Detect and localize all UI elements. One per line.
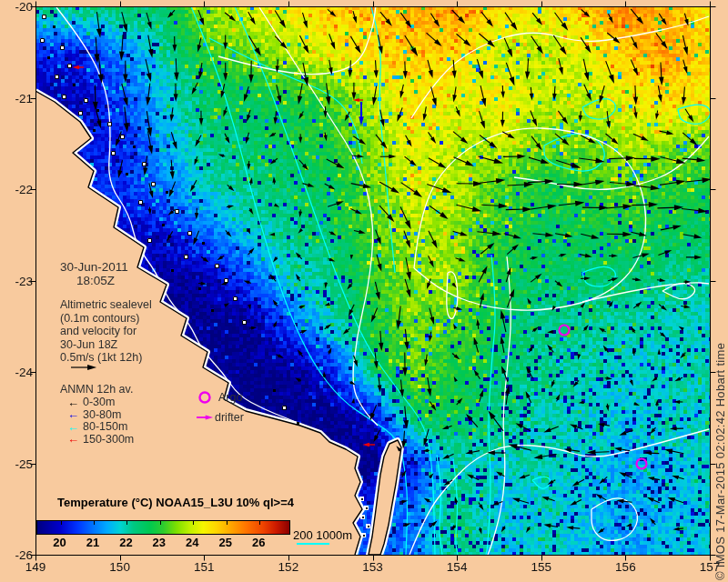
colorbar-tick-label: 25 xyxy=(219,536,232,549)
drifter-legend-label: drifter xyxy=(215,411,244,424)
colorbar-tick xyxy=(61,521,62,525)
depth-arrow-icon: ← xyxy=(67,397,83,408)
depth-range-label: 0-30m xyxy=(83,396,115,409)
info-line: Altimetric sealevel xyxy=(60,298,152,312)
info-line: 0.5m/s (1kt 12h) xyxy=(60,351,152,365)
anmn-legend-item: ←150-300m xyxy=(67,434,134,447)
bathymetry-scale-label: 200 1000m xyxy=(293,528,352,542)
imos-ocean-current-map: 30-Jun-2011 18:05Z Altimetric sealevel(0… xyxy=(0,0,728,582)
bathymetry-contour-sample xyxy=(297,543,329,545)
x-tick-label: 150 xyxy=(109,560,130,574)
anmn-legend-title: ANMN 12h av. xyxy=(60,383,133,396)
temperature-colorbar xyxy=(36,520,290,535)
colorbar-tick xyxy=(227,521,228,525)
info-line: (0.1m contours) xyxy=(60,312,152,326)
y-tick-label: -22 xyxy=(0,183,33,196)
depth-arrow-icon: ← xyxy=(67,409,83,420)
map-time: 18:05Z xyxy=(76,274,115,287)
y-tick-label: -23 xyxy=(0,275,33,288)
info-line: and velocity for xyxy=(60,325,152,338)
y-tick-label: -21 xyxy=(0,92,33,105)
sst-map-canvas xyxy=(0,0,728,582)
depth-range-label: 150-300m xyxy=(83,434,134,447)
x-tick-label: 152 xyxy=(278,560,299,574)
y-tick-label: -20 xyxy=(0,0,33,14)
colorbar-title: Temperature (°C) NOAA15_L3U 10% ql>=4 xyxy=(57,496,294,509)
colorbar-tick-label: 23 xyxy=(153,536,166,549)
depth-range-label: 80-150m xyxy=(83,421,127,434)
depth-arrow-icon: ← xyxy=(67,422,83,433)
y-tick-label: -26 xyxy=(0,548,33,562)
map-date: 30-Jun-2011 xyxy=(60,260,128,274)
colorbar-tick-label: 22 xyxy=(119,536,132,549)
x-tick-label: 156 xyxy=(615,560,636,574)
y-tick-label: -25 xyxy=(0,457,33,471)
colorbar-tick xyxy=(126,521,127,525)
colorbar-tick xyxy=(160,521,161,525)
x-tick-label: 154 xyxy=(447,560,468,574)
depth-range-label: 30-80m xyxy=(83,409,121,422)
y-tick-label: -24 xyxy=(0,366,33,379)
anmn-legend: ←0-30m←30-80m←80-150m←150-300m xyxy=(67,396,134,446)
colorbar-tick-label: 21 xyxy=(86,536,99,549)
imos-credit: © IMOS 17-Mar-2015 02:02:42 Hobart time xyxy=(713,343,727,580)
colorbar-tick xyxy=(193,521,194,525)
colorbar-tick-label: 26 xyxy=(252,536,265,549)
anmn-legend-item: ←30-80m xyxy=(67,409,134,422)
x-tick-label: 149 xyxy=(25,560,46,574)
colorbar-tick xyxy=(259,521,260,525)
colorbar-tick-label: 20 xyxy=(53,536,66,549)
depth-arrow-icon: ← xyxy=(67,434,83,445)
colorbar-tick xyxy=(94,521,95,525)
x-tick-label: 151 xyxy=(194,560,215,574)
info-line: 30-Jun 18Z xyxy=(60,338,152,352)
colorbar-tick-label: 24 xyxy=(186,536,198,549)
altimetric-note: Altimetric sealevel(0.1m contours)and ve… xyxy=(60,298,152,365)
x-tick-label: 155 xyxy=(531,560,551,574)
x-tick-label: 153 xyxy=(362,560,383,574)
argo-legend-label: Argo xyxy=(218,391,242,404)
